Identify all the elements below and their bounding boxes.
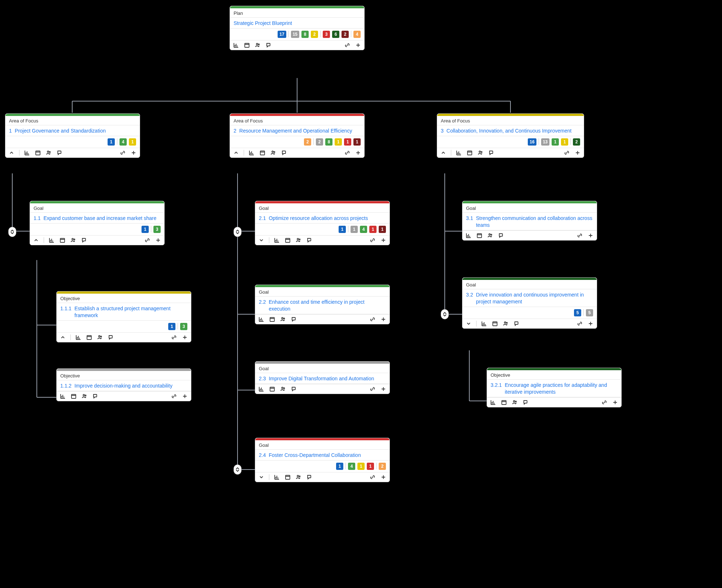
chevron-up-icon[interactable] <box>33 237 39 243</box>
chart-icon[interactable] <box>465 232 472 239</box>
collapse-toggle[interactable] <box>234 227 242 237</box>
comment-icon[interactable] <box>281 150 287 156</box>
link-icon[interactable] <box>577 320 583 327</box>
link-icon[interactable] <box>601 399 608 406</box>
calendar-icon[interactable] <box>284 237 291 243</box>
chart-icon[interactable] <box>248 150 255 156</box>
add-icon[interactable] <box>587 232 594 239</box>
add-icon[interactable] <box>130 150 137 156</box>
area-title[interactable]: 1Project Governance and Standardization <box>5 125 140 136</box>
calendar-icon[interactable] <box>466 150 473 156</box>
people-icon[interactable] <box>70 237 77 243</box>
link-icon[interactable] <box>119 150 126 156</box>
add-icon[interactable] <box>587 320 594 327</box>
link-icon[interactable] <box>577 232 583 239</box>
calendar-icon[interactable] <box>35 150 41 156</box>
calendar-icon[interactable] <box>70 393 77 399</box>
objective-title[interactable]: 3.2.1Encourage agile practices for adapt… <box>487 380 621 397</box>
chart-icon[interactable] <box>274 474 280 480</box>
chart-icon[interactable] <box>48 237 55 243</box>
add-icon[interactable] <box>380 237 387 243</box>
comment-icon[interactable] <box>522 399 529 406</box>
add-icon[interactable] <box>355 42 361 48</box>
people-icon[interactable] <box>295 237 302 243</box>
chart-icon[interactable] <box>490 399 496 406</box>
chart-icon[interactable] <box>233 42 239 48</box>
comment-icon[interactable] <box>306 237 313 243</box>
link-icon[interactable] <box>171 334 177 341</box>
people-icon[interactable] <box>81 393 88 399</box>
chart-icon[interactable] <box>456 150 462 156</box>
add-icon[interactable] <box>355 150 361 156</box>
link-icon[interactable] <box>344 150 351 156</box>
collapse-toggle[interactable] <box>441 309 449 319</box>
add-icon[interactable] <box>380 316 387 323</box>
chevron-up-icon[interactable] <box>233 150 239 156</box>
chevron-down-icon[interactable] <box>258 237 265 243</box>
goal-title[interactable]: 3.1Strengthen communication and collabor… <box>462 213 597 230</box>
objective-title[interactable]: 1.1.1Establish a structured project mana… <box>57 303 191 321</box>
people-icon[interactable] <box>280 386 286 392</box>
calendar-icon[interactable] <box>259 150 266 156</box>
people-icon[interactable] <box>477 150 484 156</box>
add-icon[interactable] <box>380 386 387 392</box>
calendar-icon[interactable] <box>59 237 66 243</box>
add-icon[interactable] <box>155 237 161 243</box>
link-icon[interactable] <box>369 316 376 323</box>
plan-title[interactable]: Strategic Project Blueprint <box>230 18 364 29</box>
goal-title[interactable]: 2.4Foster Cross-Departmental Collaborati… <box>255 450 390 461</box>
link-icon[interactable] <box>564 150 570 156</box>
chart-icon[interactable] <box>274 237 280 243</box>
comment-icon[interactable] <box>488 150 495 156</box>
comment-icon[interactable] <box>56 150 63 156</box>
chevron-up-icon[interactable] <box>60 334 66 341</box>
link-icon[interactable] <box>344 42 351 48</box>
comment-icon[interactable] <box>513 320 520 327</box>
add-icon[interactable] <box>612 399 618 406</box>
comment-icon[interactable] <box>306 474 313 480</box>
add-icon[interactable] <box>574 150 581 156</box>
chart-icon[interactable] <box>24 150 30 156</box>
chart-icon[interactable] <box>481 320 487 327</box>
link-icon[interactable] <box>369 237 376 243</box>
chart-icon[interactable] <box>75 334 82 341</box>
calendar-icon[interactable] <box>244 42 250 48</box>
people-icon[interactable] <box>512 399 518 406</box>
chevron-down-icon[interactable] <box>465 320 472 327</box>
link-icon[interactable] <box>171 393 177 399</box>
add-icon[interactable] <box>182 334 188 341</box>
chevron-up-icon[interactable] <box>8 150 15 156</box>
people-icon[interactable] <box>295 474 302 480</box>
comment-icon[interactable] <box>265 42 272 48</box>
link-icon[interactable] <box>144 237 151 243</box>
people-icon[interactable] <box>255 42 261 48</box>
goal-title[interactable]: 3.2Drive innovation and continuous impro… <box>462 289 597 307</box>
calendar-icon[interactable] <box>269 386 275 392</box>
add-icon[interactable] <box>380 474 387 480</box>
calendar-icon[interactable] <box>269 316 275 323</box>
chart-icon[interactable] <box>60 393 66 399</box>
chevron-down-icon[interactable] <box>258 474 265 480</box>
link-icon[interactable] <box>369 474 376 480</box>
calendar-icon[interactable] <box>476 232 483 239</box>
people-icon[interactable] <box>270 150 277 156</box>
area-title[interactable]: 3Collaboration, Innovation, and Continuo… <box>437 125 584 136</box>
chart-icon[interactable] <box>258 316 265 323</box>
comment-icon[interactable] <box>81 237 87 243</box>
calendar-icon[interactable] <box>501 399 507 406</box>
people-icon[interactable] <box>280 316 286 323</box>
chart-icon[interactable] <box>258 386 265 392</box>
link-icon[interactable] <box>369 386 376 392</box>
comment-icon[interactable] <box>108 334 114 341</box>
calendar-icon[interactable] <box>492 320 498 327</box>
goal-title[interactable]: 2.2Enhance cost and time efficiency in p… <box>255 297 390 314</box>
people-icon[interactable] <box>487 232 493 239</box>
goal-title[interactable]: 1.1Expand customer base and increase mar… <box>30 213 164 224</box>
people-icon[interactable] <box>503 320 509 327</box>
goal-title[interactable]: 2.1Optimize resource allocation across p… <box>255 213 390 224</box>
people-icon[interactable] <box>45 150 52 156</box>
calendar-icon[interactable] <box>86 334 92 341</box>
chevron-up-icon[interactable] <box>440 150 447 156</box>
comment-icon[interactable] <box>498 232 504 239</box>
people-icon[interactable] <box>97 334 103 341</box>
